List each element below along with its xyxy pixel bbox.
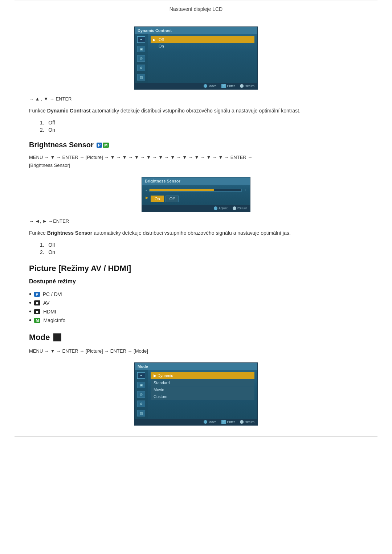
slider-fill — [150, 189, 214, 191]
nav-hint-dynamic-contrast: → ▲ , ▼ → ENTER — [29, 96, 392, 102]
slider-minus-icon: - — [146, 188, 147, 193]
osd-mode-item-dynamic[interactable]: ▶ Dynamic — [151, 372, 254, 379]
menu-path-brightness-sensor: MENU → ▼ → ENTER → [Picture] → ▼ → ▼ → ▼… — [29, 153, 392, 169]
osd-item-off[interactable]: ▶ Off — [151, 36, 254, 43]
option-on-dc: 2. On — [40, 126, 392, 134]
description-dynamic-contrast: Funkce Dynamic Contrast automaticky dete… — [29, 107, 363, 115]
bottom-rule — [15, 436, 377, 437]
mode-osd-container: Mode ✦ ▣ ◎ ⚙ ▤ ▶ Dynamic Standard Movie … — [0, 362, 392, 426]
osd-mode-item-standard[interactable]: Standard — [151, 379, 254, 386]
options-list-dc: 1. Off 2. On — [40, 119, 392, 134]
bullet-label-pcdvi: PC / DVI — [43, 291, 62, 297]
desc-bold-bs: Brightness Sensor — [47, 230, 92, 236]
osd-icon-gear: ⚙ — [137, 65, 145, 71]
picture-modes-section: Picture [Režimy AV / HDMI] — [0, 264, 392, 273]
bullet-dot-hdmi: • — [29, 308, 31, 315]
osd-mode-icon-circle: ◎ — [137, 391, 145, 398]
osd-mode-item-movie[interactable]: Movie — [151, 386, 254, 393]
osd-bottom-enter-label: Enter — [227, 84, 235, 88]
osd-item-on[interactable]: On — [151, 43, 254, 49]
osd-title-mode: Mode — [135, 363, 257, 370]
osd-bottom-return-label: Return — [245, 84, 254, 88]
osd-bottom-move-mode: Move — [204, 420, 216, 424]
osd-bottom-adjust-label: Adjust — [219, 206, 228, 210]
osd-icon-page: ▤ — [137, 74, 145, 81]
bullet-label-hdmi: HDMI — [43, 309, 56, 315]
toggle-on-button[interactable]: On — [151, 196, 164, 202]
desc-post-dc: automaticky detekuje distribuci vstupníh… — [91, 108, 301, 114]
osd-bottom-move-mode-label: Move — [208, 420, 216, 424]
osd-mode-icon-page: ▤ — [137, 410, 145, 416]
bullet-dot-pcdvi: • — [29, 291, 31, 297]
badge-m-magicinfo: M — [34, 318, 40, 323]
osd-bottom-bar-brightness: Adjust Return — [142, 205, 250, 212]
mode-heading: Mode — [29, 333, 363, 342]
osd-bottom-return-mode: Return — [240, 420, 254, 424]
osd-mode-item-custom[interactable]: Custom — [151, 393, 254, 400]
mode-check-dynamic: ▶ — [154, 373, 158, 378]
bullet-item-magicinfo: • M MagicInfo — [29, 316, 392, 325]
osd-item-on-label: On — [159, 44, 164, 48]
osd-bottom-return-bs: Return — [233, 206, 247, 210]
dynamic-contrast-osd-container: Dynamic Contrast ✦ ▣ ◎ ⚙ ▤ ▶ Off — [0, 26, 392, 90]
return-icon-bs — [233, 206, 236, 210]
osd-mode-icon-screen: ▣ — [137, 382, 145, 388]
bullet-label-av: AV — [43, 300, 50, 306]
mode-title: Mode — [29, 333, 50, 342]
nav-hint-brightness-sensor: → ◄, ► →ENTER — [29, 218, 392, 224]
picture-modes-heading: Picture [Režimy AV / HDMI] — [29, 264, 363, 273]
osd-body: ✦ ▣ ◎ ⚙ ▤ ▶ Off On — [135, 34, 257, 83]
osd-title-dynamic-contrast: Dynamic Contrast — [135, 27, 257, 34]
osd-check-off: ▶ — [153, 38, 156, 42]
badge-m: M — [103, 143, 109, 148]
osd-toggle-row: ▶ On Off — [142, 194, 250, 205]
brightness-sensor-heading: Brightness Sensor P M — [29, 141, 363, 149]
toggle-check: ▶ — [146, 196, 149, 202]
mode-osd-body: ✦ ▣ ◎ ⚙ ▤ ▶ Dynamic Standard Movie Custo… — [135, 370, 257, 419]
osd-bottom-enter: ⏎ Enter — [221, 84, 235, 88]
osd-menu-column: ▶ Off On — [148, 34, 257, 83]
menu-path-mode: MENU → ▼ → ENTER → [Picture] → ENTER → [… — [29, 347, 392, 355]
mode-osd-icons-column: ✦ ▣ ◎ ⚙ ▤ — [135, 370, 148, 419]
mode-section-header: Mode — [0, 333, 392, 342]
brightness-sensor-section: Brightness Sensor P M — [0, 141, 392, 149]
brightness-sensor-osd: Brightness Sensor - + ▶ On Off Adjust — [142, 177, 250, 212]
osd-bottom-enter-mode-label: Enter — [227, 420, 235, 424]
osd-title-brightness: Brightness Sensor — [142, 177, 250, 185]
bullet-dot-av: • — [29, 300, 31, 306]
option-on-bs: 2. On — [40, 249, 392, 256]
osd-bottom-return-mode-label: Return — [245, 420, 254, 424]
osd-bottom-bar-dynamic: Move ⏎ Enter Return — [135, 83, 257, 89]
mode-osd-menu-column: ▶ Dynamic Standard Movie Custom — [148, 370, 257, 419]
page-container: Nastavení displeje LCD Dynamic Contrast … — [0, 0, 392, 437]
adjust-icon — [214, 206, 217, 210]
brightness-sensor-badges: P M — [97, 143, 109, 148]
osd-bottom-enter-mode: ⏎ Enter — [221, 420, 235, 424]
slider-track[interactable] — [149, 189, 242, 192]
return-icon — [240, 84, 244, 88]
return-icon-mode — [240, 420, 244, 424]
slider-plus-icon: + — [244, 188, 246, 193]
desc-post-bs: automaticky detekuje distribuci vstupníh… — [92, 230, 290, 236]
osd-mode-icon-gear: ⚙ — [137, 401, 145, 407]
bullet-item-pcdvi: • P PC / DVI — [29, 290, 392, 299]
enter-icon-mode: ⏎ — [221, 420, 226, 424]
badge-black-av: ■ — [34, 300, 40, 305]
option-off-bs: 1. Off — [40, 241, 392, 249]
mode-osd: Mode ✦ ▣ ◎ ⚙ ▤ ▶ Dynamic Standard Movie … — [134, 362, 258, 426]
dostupne-rezimy-heading: Dostupné režimy — [29, 278, 392, 285]
osd-icon-screen: ▣ — [137, 46, 145, 52]
osd-icon-star: ✦ — [137, 36, 145, 43]
osd-icons-column: ✦ ▣ ◎ ⚙ ▤ — [135, 34, 148, 83]
move-icon — [204, 84, 207, 88]
mode-black-square — [53, 333, 61, 341]
bullet-dot-magicinfo: • — [29, 317, 31, 324]
osd-bottom-return: Return — [240, 84, 254, 88]
toggle-off-button[interactable]: Off — [166, 196, 179, 202]
brightness-sensor-osd-container: Brightness Sensor - + ▶ On Off Adjust — [0, 177, 392, 212]
badge-black-hdmi: ■ — [34, 309, 40, 314]
option-off-dc: 1. Off — [40, 119, 392, 126]
badge-p: P — [97, 143, 102, 148]
picture-modes-title: Picture [Režimy AV / HDMI] — [29, 264, 131, 273]
desc-pre-bs: Funkce — [29, 230, 47, 236]
